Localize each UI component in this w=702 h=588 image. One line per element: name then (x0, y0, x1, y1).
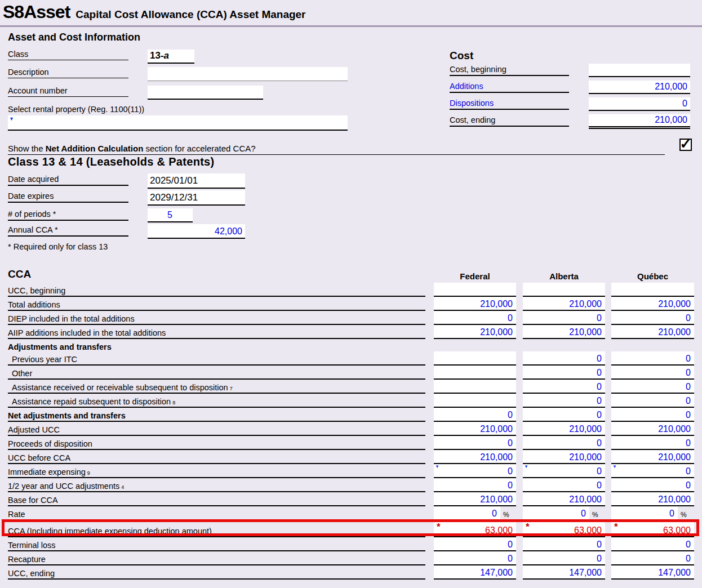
cca-cell-quebec[interactable]: *63,000 (611, 520, 694, 537)
cca-cell-alberta[interactable]: 210,000 (523, 325, 605, 339)
cca-cell-quebec[interactable]: 0 (611, 478, 694, 492)
cca-cell-federal[interactable]: 210,000 (434, 450, 516, 464)
cca-cell-quebec[interactable]: 0 (611, 408, 694, 422)
cca-cell-alberta[interactable]: 0 (523, 436, 605, 450)
cell-value: 0 (686, 554, 691, 564)
cca-section-title: CCA (8, 268, 31, 280)
cca-cell-alberta[interactable]: *63,000 (523, 520, 605, 537)
cca-cell-federal[interactable]: 0 (434, 436, 516, 450)
cca-cell-quebec[interactable]: 0 (611, 380, 694, 394)
cca-cell-alberta[interactable]: 210,000 (523, 450, 605, 464)
rate-value-box[interactable]: 0 (434, 506, 500, 519)
cca-cell-federal[interactable]: 210,000 (434, 297, 516, 311)
cell-value: 210,000 (658, 452, 691, 462)
account-number-input[interactable] (148, 86, 263, 100)
cca-cell-quebec[interactable]: 210,000 (611, 325, 694, 339)
row-label: Rate (8, 506, 425, 520)
cca-cell-alberta[interactable]: 0 (523, 366, 605, 380)
periods-input[interactable]: 5 (148, 208, 193, 222)
cca-cell-federal[interactable]: 0 (434, 311, 516, 325)
dispositions-input[interactable]: 0 (589, 97, 690, 111)
cca-cell-alberta[interactable]: 0 (523, 537, 605, 551)
cell-value: 0 (686, 540, 691, 550)
cell-value: 0 (597, 540, 602, 550)
cca-cell-quebec[interactable]: 210,000 (611, 450, 694, 464)
cca-cell-quebec[interactable]: 0 (611, 366, 694, 380)
cca-cell-federal[interactable]: 0% (434, 506, 516, 520)
annual-cca-input[interactable]: 42,000 (148, 224, 245, 239)
cca-cell-quebec[interactable] (611, 283, 694, 297)
row-cells: 00 (434, 351, 694, 366)
cca-cell-quebec[interactable]: 210,000 (611, 492, 694, 506)
cell-value: 0 (508, 480, 513, 491)
cca-cell-alberta[interactable]: 210,000 (523, 492, 605, 506)
dropdown-arrow-icon[interactable]: ▼ (435, 465, 439, 469)
cca-cell-federal[interactable] (434, 283, 516, 297)
cca-cell-quebec[interactable]: 210,000 (611, 297, 694, 311)
dropdown-arrow-icon[interactable]: ▼ (9, 117, 14, 122)
cca-cell-quebec[interactable]: 0 (611, 311, 694, 325)
cca-cell-federal[interactable]: *63,000 (434, 520, 516, 537)
cca-cell-federal[interactable]: 210,000 (434, 492, 516, 506)
cca-cell-quebec[interactable]: 0 (611, 394, 694, 408)
row-label-text: Recapture (8, 555, 46, 564)
cca-cell-federal[interactable] (434, 366, 516, 380)
dropdown-arrow-icon[interactable]: ▼ (612, 465, 617, 469)
table-row: UCC before CCA210,000210,000210,000 (0, 450, 702, 464)
cca-cell-federal[interactable] (434, 394, 516, 408)
cca-cell-federal[interactable]: ▼0 (434, 464, 516, 478)
cca-cell-federal[interactable]: 0 (434, 478, 516, 492)
cca-cell-quebec[interactable]: 0 (611, 537, 694, 551)
net-addition-checkbox[interactable]: ✓ (679, 139, 692, 151)
cca-cell-alberta[interactable]: 0 (523, 311, 605, 325)
date-acquired-input[interactable]: 2025/01/01 (148, 173, 245, 189)
class-input[interactable]: 13-a (148, 50, 194, 64)
cca-cell-alberta[interactable]: 0 (523, 394, 605, 408)
annual-cca-label: Annual CCA * (8, 225, 128, 237)
description-input[interactable] (148, 67, 348, 81)
cca-cell-alberta[interactable]: 210,000 (523, 297, 605, 311)
cca-cell-quebec[interactable]: 0 (611, 351, 694, 366)
rate-value-box[interactable]: 0 (611, 506, 678, 519)
cca-cell-quebec[interactable]: 0% (611, 506, 694, 520)
additions-link[interactable]: Additions (450, 82, 569, 93)
rate-value-box[interactable]: 0 (523, 506, 589, 519)
cell-value: 147,000 (569, 568, 602, 578)
cca-cell-quebec[interactable]: ▼0 (611, 464, 694, 478)
cca-cell-quebec[interactable]: 0 (611, 436, 694, 450)
cell-value: 0 (597, 313, 602, 323)
table-row: CCA (Including immediate expensing deduc… (0, 520, 702, 537)
table-row: Assistance repaid subsequent to disposit… (0, 394, 702, 408)
cca-cell-quebec[interactable]: 147,000 (611, 565, 694, 580)
additions-input[interactable]: 210,000 (589, 81, 690, 94)
cca-cell-alberta[interactable]: ▼0 (523, 464, 605, 478)
cca-cell-quebec[interactable]: 210,000 (611, 422, 694, 436)
cca-cell-federal[interactable]: 0 (434, 408, 516, 422)
rental-property-select[interactable]: ▼ (8, 115, 348, 131)
cca-cell-alberta[interactable]: 0% (523, 506, 605, 520)
row-label: CCA (Including immediate expensing deduc… (8, 520, 425, 537)
cca-cell-alberta[interactable]: 147,000 (523, 565, 605, 580)
dropdown-arrow-icon[interactable]: ▼ (524, 465, 528, 469)
cell-value: 0 (492, 509, 497, 519)
cca-cell-federal[interactable]: 0 (434, 537, 516, 551)
date-expires-input[interactable]: 2029/12/31 (148, 190, 245, 206)
percent-sign: % (678, 511, 694, 519)
cca-cell-federal[interactable]: 210,000 (434, 422, 516, 436)
cca-cell-federal[interactable]: 147,000 (434, 565, 516, 580)
cca-cell-alberta[interactable]: 0 (523, 380, 605, 394)
cca-cell-alberta[interactable]: 0 (523, 408, 605, 422)
cca-cell-alberta[interactable]: 0 (523, 551, 605, 565)
cca-cell-federal[interactable] (434, 351, 516, 366)
cca-cell-alberta[interactable]: 210,000 (523, 422, 605, 436)
cca-cell-alberta[interactable]: 0 (523, 478, 605, 492)
cca-cell-federal[interactable]: 210,000 (434, 325, 516, 339)
cca-cell-alberta[interactable]: 0 (523, 351, 605, 366)
cca-cell-federal[interactable]: 0 (434, 551, 516, 565)
cca-cell-quebec[interactable]: 0 (611, 551, 694, 565)
cca-cell-federal[interactable] (434, 380, 516, 394)
cost-beginning-input[interactable] (589, 64, 690, 77)
dispositions-link[interactable]: Dispositions (450, 99, 569, 110)
cca-cell-alberta[interactable] (523, 283, 605, 297)
row-cells: 210,000210,000210,000 (434, 450, 694, 464)
